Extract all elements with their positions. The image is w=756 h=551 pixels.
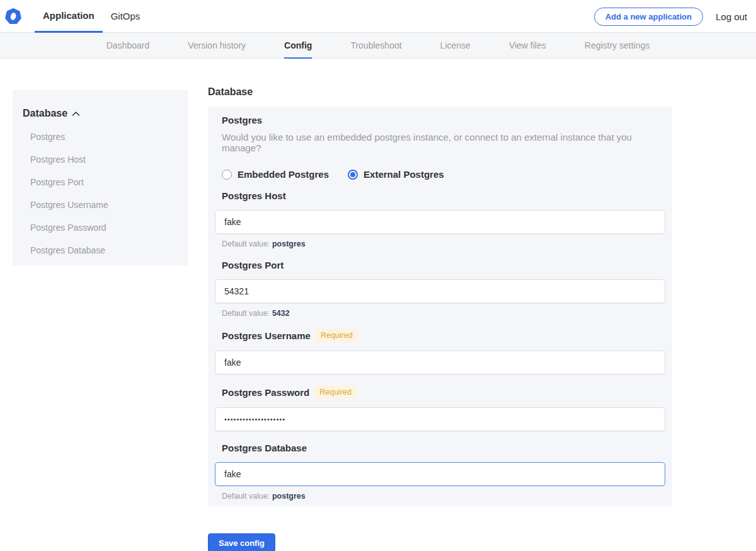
radio-embedded-postgres[interactable]: Embedded Postgres	[222, 169, 329, 180]
field-postgres-database: Postgres Database Default value: postgre…	[215, 443, 665, 501]
postgres-group-label: Postgres	[215, 115, 665, 125]
sidebar-item-postgres[interactable]: Postgres	[30, 132, 178, 142]
field-postgres-host: Postgres Host Default value: postgres	[215, 190, 665, 248]
subnav-license[interactable]: License	[440, 33, 471, 59]
postgres-host-default-hint: Default value: postgres	[215, 240, 665, 248]
postgres-port-input[interactable]	[215, 279, 665, 303]
default-label: Default value:	[222, 492, 270, 501]
chevron-up-icon	[72, 111, 80, 117]
logout-link[interactable]: Log out	[716, 11, 747, 22]
config-sidebar: Database Postgres Postgres Host Postgres…	[13, 90, 188, 265]
subnav-dashboard[interactable]: Dashboard	[106, 33, 150, 59]
field-postgres-port: Postgres Port Default value: 5432	[215, 260, 665, 318]
config-layout: Database Postgres Postgres Host Postgres…	[0, 59, 756, 550]
radio-unselected-icon	[222, 170, 232, 180]
postgres-password-label: Postgres Password	[222, 387, 309, 398]
sidebar-group-label: Database	[23, 108, 67, 119]
sidebar-item-postgres-username[interactable]: Postgres Username	[30, 200, 178, 210]
sidebar-item-postgres-password[interactable]: Postgres Password	[30, 223, 178, 233]
postgres-host-input[interactable]	[215, 210, 665, 234]
config-group-card: Postgres Would you like to use an embedd…	[208, 107, 672, 506]
header-right: Add a new application Log out	[594, 0, 747, 33]
subnav-troubleshoot[interactable]: Troubleshoot	[350, 33, 401, 59]
postgres-host-label: Postgres Host	[222, 190, 286, 201]
app-subnav: Dashboard Version history Config Trouble…	[0, 33, 756, 59]
postgres-username-input[interactable]	[215, 351, 665, 374]
field-postgres-username: Postgres Username Required	[215, 329, 665, 374]
field-postgres-password: Postgres Password Required	[215, 386, 665, 431]
tab-application[interactable]: Application	[35, 0, 103, 33]
postgres-database-label: Postgres Database	[222, 443, 307, 453]
sidebar-item-postgres-port[interactable]: Postgres Port	[30, 177, 178, 187]
radio-embedded-label: Embedded Postgres	[238, 169, 329, 180]
sidebar-item-postgres-database[interactable]: Postgres Database	[30, 245, 178, 255]
sidebar-group-database[interactable]: Database	[23, 108, 178, 119]
postgres-password-input[interactable]	[215, 407, 665, 431]
subnav-config[interactable]: Config	[284, 33, 312, 59]
radio-selected-icon	[348, 170, 358, 180]
radio-external-label: External Postgres	[364, 169, 444, 180]
page-title: Database	[208, 86, 672, 98]
sidebar-items: Postgres Postgres Host Postgres Port Pos…	[23, 132, 178, 255]
default-value: 5432	[272, 309, 290, 318]
app-logo-icon	[5, 8, 21, 25]
sidebar-item-postgres-host[interactable]: Postgres Host	[30, 154, 178, 165]
radio-external-postgres[interactable]: External Postgres	[348, 169, 444, 180]
tab-gitops[interactable]: GitOps	[103, 0, 149, 33]
default-value: postgres	[272, 240, 306, 248]
postgres-database-input[interactable]	[215, 462, 665, 486]
postgres-username-label: Postgres Username	[222, 330, 311, 341]
required-badge: Required	[316, 329, 358, 342]
header-tabs: Application GitOps	[35, 0, 148, 33]
default-value: postgres	[272, 492, 306, 501]
default-label: Default value:	[222, 309, 270, 318]
top-header: Application GitOps Add a new application…	[0, 0, 756, 33]
postgres-database-default-hint: Default value: postgres	[215, 492, 665, 501]
subnav-version-history[interactable]: Version history	[188, 33, 246, 59]
subnav-view-files[interactable]: View files	[509, 33, 546, 59]
save-config-button[interactable]: Save config	[208, 533, 275, 551]
postgres-group-help: Would you like to use an embedded postgr…	[215, 132, 665, 153]
postgres-port-label: Postgres Port	[222, 260, 284, 270]
required-badge: Required	[314, 386, 357, 398]
postgres-radio-group: Embedded Postgres External Postgres	[215, 169, 665, 180]
default-label: Default value:	[222, 240, 270, 248]
config-main: Database Postgres Would you like to use …	[208, 86, 672, 551]
add-application-button[interactable]: Add a new application	[594, 8, 703, 26]
subnav-registry-settings[interactable]: Registry settings	[585, 33, 650, 59]
postgres-port-default-hint: Default value: 5432	[215, 309, 665, 318]
